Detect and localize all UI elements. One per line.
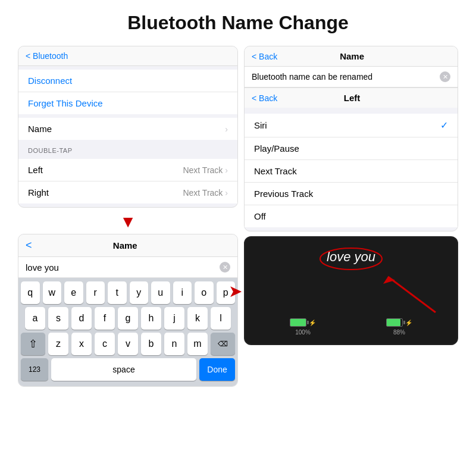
play-pause-row[interactable]: Play/Pause bbox=[245, 137, 458, 160]
name-nav-title: Name bbox=[113, 240, 137, 250]
right-label: Right bbox=[28, 187, 49, 198]
svg-point-0 bbox=[320, 248, 382, 270]
right-panel: < Back Name ✕ < Back Left Siri ✓ Pl bbox=[244, 46, 458, 387]
key-l[interactable]: l bbox=[211, 307, 231, 330]
battery-2-label: 88% bbox=[393, 329, 405, 336]
delete-key[interactable]: ⌫ bbox=[211, 333, 235, 355]
disconnect-label: Disconnect bbox=[28, 76, 72, 86]
key-s[interactable]: s bbox=[48, 307, 68, 330]
key-r[interactable]: r bbox=[86, 281, 105, 304]
name-back-button[interactable]: < bbox=[26, 239, 32, 252]
shift-key[interactable]: ⇧ bbox=[21, 333, 45, 355]
play-pause-label: Play/Pause bbox=[254, 143, 299, 154]
next-track-label: Next Track bbox=[254, 166, 297, 176]
kb-row-4: 123 space Done bbox=[21, 358, 235, 381]
left-setting-back-button[interactable]: < Back bbox=[252, 93, 277, 103]
name-chevron: › bbox=[225, 124, 228, 134]
clear-button[interactable]: ✕ bbox=[220, 262, 230, 273]
nums-key[interactable]: 123 bbox=[21, 358, 48, 381]
kb-row-2: a s d f g h j k l bbox=[21, 307, 235, 330]
result-area: ➤ love you bbox=[244, 236, 458, 345]
key-u[interactable]: u bbox=[151, 281, 170, 304]
key-x[interactable]: x bbox=[71, 333, 92, 355]
name-row[interactable]: Name › bbox=[18, 118, 237, 140]
bluetooth-nav-bar: < Bluetooth bbox=[18, 46, 237, 66]
name-edit-nav-bar: < Back Name bbox=[245, 46, 458, 67]
forget-label: Forget This Device bbox=[28, 98, 103, 108]
rename-clear-button[interactable]: ✕ bbox=[440, 71, 450, 82]
svg-line-1 bbox=[388, 277, 436, 312]
off-label: Off bbox=[254, 211, 266, 221]
battery-2: ⚡ 88% bbox=[386, 318, 412, 336]
space-key[interactable]: space bbox=[51, 358, 196, 381]
left-chevron: › bbox=[225, 165, 228, 175]
key-e[interactable]: e bbox=[64, 281, 83, 304]
battery-1-fill bbox=[290, 319, 306, 326]
key-k[interactable]: k bbox=[187, 307, 208, 330]
key-q[interactable]: q bbox=[21, 281, 40, 304]
name-edit-title: Name bbox=[340, 51, 364, 61]
double-tap-section: Left Next Track › Right Next Track › bbox=[18, 159, 237, 203]
left-label: Left bbox=[28, 165, 43, 175]
key-a[interactable]: a bbox=[25, 307, 45, 330]
key-m[interactable]: m bbox=[187, 333, 208, 355]
siri-row[interactable]: Siri ✓ bbox=[245, 114, 458, 137]
key-j[interactable]: j bbox=[164, 307, 184, 330]
result-box: love you bbox=[244, 236, 458, 345]
name-edit-back-button[interactable]: < Back bbox=[252, 52, 277, 61]
key-z[interactable]: z bbox=[48, 333, 68, 355]
name-nav-bar: < Name bbox=[18, 234, 237, 257]
name-input-field[interactable] bbox=[26, 262, 215, 273]
battery-row: ⚡ 100% ⚡ 88% bbox=[255, 318, 447, 336]
battery-2-bar-container: ⚡ bbox=[386, 318, 412, 327]
double-tap-header: DOUBLE-TAP bbox=[18, 143, 237, 155]
key-t[interactable]: t bbox=[108, 281, 127, 304]
name-keyboard-panel: < Name ✕ q w e r t y u i o bbox=[18, 234, 238, 387]
left-setting-title: Left bbox=[344, 93, 361, 103]
key-v[interactable]: v bbox=[118, 333, 138, 355]
key-w[interactable]: w bbox=[43, 281, 62, 304]
prev-track-row[interactable]: Previous Track bbox=[245, 183, 458, 205]
key-i[interactable]: i bbox=[173, 281, 192, 304]
right-row[interactable]: Right Next Track › bbox=[18, 181, 237, 203]
rename-input-field[interactable] bbox=[252, 72, 435, 82]
key-o[interactable]: o bbox=[195, 281, 214, 304]
next-track-row[interactable]: Next Track bbox=[245, 160, 458, 183]
down-arrow-icon: ▼ bbox=[18, 212, 238, 231]
forget-row[interactable]: Forget This Device bbox=[18, 92, 237, 114]
key-d[interactable]: d bbox=[71, 307, 92, 330]
key-n[interactable]: n bbox=[164, 333, 184, 355]
key-h[interactable]: h bbox=[141, 307, 161, 330]
key-b[interactable]: b bbox=[141, 333, 161, 355]
svg-marker-2 bbox=[383, 277, 395, 284]
prev-track-label: Previous Track bbox=[254, 189, 313, 199]
off-row[interactable]: Off bbox=[245, 205, 458, 227]
siri-label: Siri bbox=[254, 120, 267, 130]
key-y[interactable]: y bbox=[130, 281, 149, 304]
left-panel: < Bluetooth Disconnect Forget This Devic… bbox=[18, 46, 238, 387]
right-arrow-icon: ➤ bbox=[228, 281, 242, 300]
name-edit-panel: < Back Name ✕ < Back Left Siri ✓ Pl bbox=[244, 46, 458, 231]
kb-row-3: ⇧ z x c v b n m ⌫ bbox=[21, 333, 235, 355]
siri-checkmark: ✓ bbox=[440, 120, 448, 131]
name-input-row: ✕ bbox=[18, 257, 237, 278]
key-f[interactable]: f bbox=[95, 307, 115, 330]
name-section: Name › bbox=[18, 118, 237, 140]
done-key[interactable]: Done bbox=[199, 358, 235, 381]
battery-2-bolt: ⚡ bbox=[405, 320, 412, 326]
love-you-container: love you bbox=[255, 249, 447, 265]
left-setting-nav-bar: < Back Left bbox=[245, 87, 458, 108]
battery-2-fill bbox=[387, 319, 400, 326]
battery-1-icon bbox=[290, 318, 306, 327]
rename-input-row: ✕ bbox=[245, 67, 458, 87]
oval-svg bbox=[318, 246, 384, 272]
action-section: Siri ✓ Play/Pause Next Track Previous Tr… bbox=[245, 114, 458, 227]
bluetooth-back-button[interactable]: < Bluetooth bbox=[26, 51, 68, 61]
diagonal-arrow-svg bbox=[352, 271, 447, 318]
keyboard: q w e r t y u i o p a s d f g h bbox=[18, 278, 237, 386]
key-g[interactable]: g bbox=[118, 307, 138, 330]
left-row[interactable]: Left Next Track › bbox=[18, 159, 237, 181]
disconnect-row[interactable]: Disconnect bbox=[18, 70, 237, 92]
key-c[interactable]: c bbox=[95, 333, 115, 355]
kb-row-1: q w e r t y u i o p bbox=[21, 281, 235, 304]
